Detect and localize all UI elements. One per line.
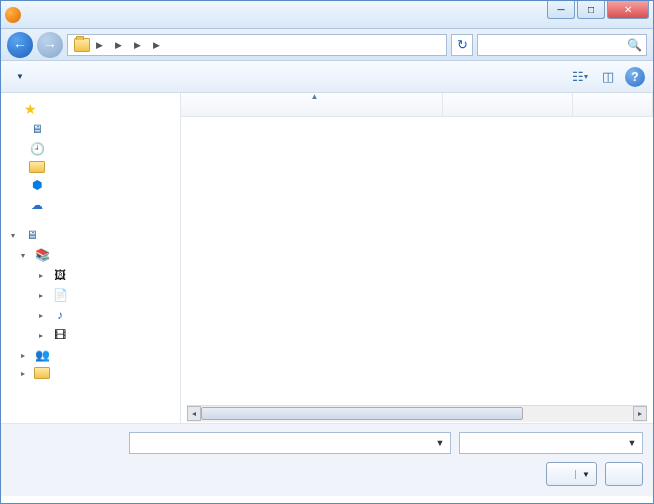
titlebar: ─ □ ✕ <box>1 1 653 29</box>
sidebar-item-dropbox[interactable]: ⬢ <box>3 175 178 195</box>
filename-input[interactable]: ▼ <box>129 432 451 454</box>
file-type-filter[interactable]: ▼ <box>459 432 643 454</box>
pictures-icon: 🖼 <box>52 267 68 283</box>
cloud-icon: ☁ <box>29 197 45 213</box>
sidebar-item-dokumenter[interactable]: ▸📄 <box>3 285 178 305</box>
toolbar: ▼ ☷ ▾ ◫ ? <box>1 61 653 93</box>
firefox-icon <box>5 7 21 23</box>
recent-icon: 🕘 <box>29 141 45 157</box>
search-input[interactable]: 🔍 <box>477 34 647 56</box>
sidebar-item-bilder[interactable]: ▸🖼 <box>3 265 178 285</box>
sidebar-item-recent[interactable]: 🕘 <box>3 139 178 159</box>
folder-icon <box>74 38 90 52</box>
view-mode-button[interactable]: ☷ ▾ <box>569 67 591 87</box>
file-dialog: ─ □ ✕ ← → ▶ ▶ ▶ ▶ ↻ 🔍 ▼ <box>0 0 654 504</box>
scroll-right-button[interactable]: ▸ <box>633 406 647 421</box>
folder-icon <box>29 161 45 173</box>
sidebar-user[interactable]: ▸ <box>3 365 178 381</box>
sidebar-homegroup[interactable]: ▸👥 <box>3 345 178 365</box>
scroll-left-button[interactable]: ◂ <box>187 406 201 421</box>
sidebar-item-skydrive[interactable]: ☁ <box>3 195 178 215</box>
sidebar-item-www[interactable] <box>3 159 178 175</box>
column-name[interactable]: ▲ <box>187 93 443 116</box>
crumb-rapporter[interactable] <box>143 35 151 55</box>
sidebar-desktop[interactable]: ▾🖥 <box>3 225 178 245</box>
maximize-button[interactable]: □ <box>577 1 605 19</box>
preview-pane-button[interactable]: ◫ <box>597 67 619 87</box>
videos-icon: 🎞 <box>52 327 68 343</box>
refresh-button[interactable]: ↻ <box>451 34 473 56</box>
dropbox-icon: ⬢ <box>29 177 45 193</box>
sidebar-libraries[interactable]: ▾📚 <box>3 245 178 265</box>
back-button[interactable]: ← <box>7 32 33 58</box>
column-headers: ▲ <box>181 93 653 117</box>
open-button[interactable]: ▼ <box>546 462 597 486</box>
file-pane: ▲ ◂ ▸ <box>181 93 653 423</box>
horizontal-scrollbar[interactable]: ◂ ▸ <box>187 405 647 422</box>
user-folder-icon <box>34 367 50 379</box>
crumb-vo2013[interactable] <box>124 35 132 55</box>
search-icon: 🔍 <box>627 38 642 52</box>
bottom-panel: ▼ ▼ ▼ <box>1 423 653 496</box>
navbar: ← → ▶ ▶ ▶ ▶ ↻ 🔍 <box>1 29 653 61</box>
breadcrumb[interactable]: ▶ ▶ ▶ ▶ <box>67 34 447 56</box>
desktop-icon: 🖥 <box>29 121 45 137</box>
libraries-icon: 📚 <box>34 247 50 263</box>
file-list[interactable] <box>181 117 653 403</box>
star-icon: ★ <box>24 101 37 117</box>
column-type[interactable] <box>573 93 653 116</box>
column-date[interactable] <box>443 93 573 116</box>
chevron-down-icon: ▼ <box>432 438 448 448</box>
sidebar-favorites[interactable]: ★ <box>3 99 178 119</box>
homegroup-icon: 👥 <box>34 347 50 363</box>
crumb-vo[interactable] <box>105 35 113 55</box>
help-button[interactable]: ? <box>625 67 645 87</box>
documents-icon: 📄 <box>52 287 68 303</box>
sidebar-item-videoer[interactable]: ▸🎞 <box>3 325 178 345</box>
new-folder-button[interactable] <box>42 75 50 79</box>
sidebar: ★ 🖥 🕘 ⬢ ☁ ▾🖥 ▾📚 ▸🖼 ▸📄 ▸♪ ▸🎞 ▸👥 ▸ <box>1 93 181 423</box>
sidebar-item-musikk[interactable]: ▸♪ <box>3 305 178 325</box>
desktop-icon: 🖥 <box>24 227 40 243</box>
music-icon: ♪ <box>52 307 68 323</box>
close-button[interactable]: ✕ <box>607 1 649 19</box>
organize-button[interactable]: ▼ <box>9 70 28 83</box>
sidebar-item-skrivebord[interactable]: 🖥 <box>3 119 178 139</box>
forward-button[interactable]: → <box>37 32 63 58</box>
scroll-thumb[interactable] <box>201 407 523 420</box>
cancel-button[interactable] <box>605 462 643 486</box>
chevron-down-icon: ▼ <box>624 438 640 448</box>
minimize-button[interactable]: ─ <box>547 1 575 19</box>
